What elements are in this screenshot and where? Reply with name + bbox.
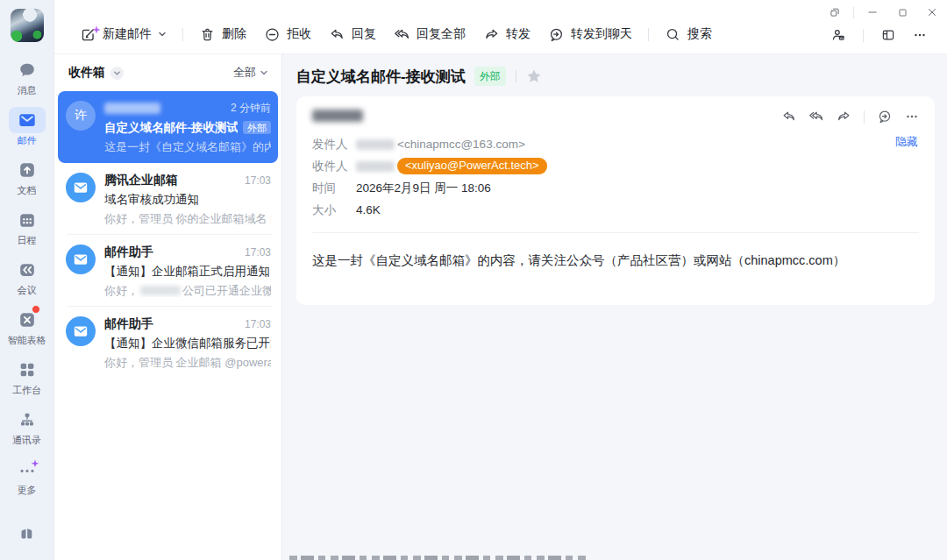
mail-subject: 自定义域名邮件-接收测试 [104, 120, 238, 135]
popout-button[interactable] [820, 0, 850, 25]
filter-selector[interactable]: 全部 [233, 65, 268, 81]
mail-detail-title: 自定义域名邮件-接收测试 [296, 67, 466, 87]
preview-prefix: 你好， [104, 284, 139, 297]
layout-toggle-button[interactable] [875, 23, 901, 47]
mail-preview: 这是一封《自定义域名邮箱》的内 [104, 139, 271, 153]
mail-time: 17:03 [245, 318, 271, 330]
reply-all-button[interactable]: 回复全部 [386, 21, 474, 48]
maximize-button[interactable] [887, 0, 917, 25]
sidebar-item-smart-table[interactable]: 智能表格 [0, 303, 53, 349]
contact-card-button[interactable] [825, 23, 851, 47]
sidebar-item-workbench[interactable]: 工作台 [0, 353, 53, 399]
field-from: 发件人 <chinapmcc@163.com> [312, 133, 919, 155]
sidebar-item-label: 日程 [18, 236, 37, 245]
compose-icon [80, 26, 96, 43]
sidebar-item-calendar[interactable]: 日程 [0, 203, 53, 249]
forward-button[interactable]: 转发 [475, 21, 538, 48]
sidebar-item-meeting[interactable]: 会议 [0, 253, 53, 299]
mail-detail-panel: 自定义域名邮件-接收测试 外部 [282, 54, 947, 560]
chevron-down-icon [110, 67, 124, 80]
mail-list-item[interactable]: 腾讯企业邮箱 17:03 域名审核成功通知 你好，管理员 你的企业邮箱域名 p [58, 163, 278, 235]
sidebar-item-contacts[interactable]: 通讯录 [0, 403, 53, 449]
mail-subject: 【通知】企业邮箱正式启用通知 [104, 264, 270, 279]
redacted-text [140, 286, 181, 295]
app-window: 消息 邮件 文档 日程 [0, 0, 947, 560]
sender-avatar: 许 [66, 101, 96, 131]
star-icon[interactable] [526, 68, 542, 84]
mail-subject: 【通知】企业微信邮箱服务已开通 [104, 336, 271, 351]
more-options-button[interactable] [907, 23, 933, 47]
mail-list-item[interactable]: 邮件助手 17:03 【通知】企业邮箱正式启用通知 你好，公司已开通企业微信 [58, 235, 278, 307]
field-size: 大小 4.6K [312, 199, 919, 221]
reply-button[interactable]: 回复 [321, 21, 384, 48]
more-dots-icon [912, 26, 928, 44]
minimize-button[interactable] [858, 0, 887, 25]
sidebar-item-label: 会议 [18, 286, 37, 295]
envelope-icon [73, 323, 89, 339]
mail-list-items: 许 2 分钟前 自定义域名邮件-接收测试 外部 这是一封《自定义域名邮 [54, 91, 281, 379]
from-label: 发件人 [312, 137, 356, 152]
meeting-icon [9, 257, 46, 283]
reply-icon [781, 109, 797, 124]
reject-button[interactable]: 拒收 [256, 21, 319, 48]
mail-list-panel: 收件箱 全部 许 [54, 54, 282, 560]
sidebar-item-mail[interactable]: 邮件 [0, 103, 53, 149]
more-options-button[interactable] [904, 109, 920, 124]
forward-button[interactable] [836, 109, 851, 124]
mail-preview: 你好，公司已开通企业微信 [104, 283, 271, 297]
reply-all-label: 回复全部 [417, 26, 466, 42]
reply-button[interactable] [781, 109, 797, 124]
search-button[interactable]: 搜索 [657, 21, 720, 48]
forward-icon [483, 26, 500, 43]
close-icon [926, 6, 938, 18]
redacted-text [356, 139, 395, 150]
folder-selector[interactable]: 收件箱 [68, 65, 124, 81]
envelope-icon [73, 252, 89, 267]
sidebar-item-label: 文档 [18, 186, 37, 195]
notification-dot [32, 305, 40, 314]
mail-list-item[interactable]: 许 2 分钟前 自定义域名邮件-接收测试 外部 这是一封《自定义域名邮 [58, 91, 278, 163]
size-value: 4.6K [356, 203, 381, 216]
mail-sender: 腾讯企业邮箱 [104, 173, 178, 188]
delete-label: 删除 [222, 26, 246, 42]
mail-sender: 邮件助手 [104, 245, 153, 260]
folder-name: 收件箱 [68, 65, 105, 81]
user-avatar[interactable] [11, 9, 44, 42]
close-button[interactable] [917, 0, 947, 25]
reply-label: 回复 [352, 26, 376, 42]
external-badge: 外部 [243, 121, 271, 134]
minimize-icon [866, 6, 879, 18]
forward-to-chat-button[interactable]: 转发到聊天 [540, 21, 640, 48]
filter-label: 全部 [233, 65, 256, 81]
forward-to-chat-button[interactable] [877, 109, 893, 124]
popout-icon [829, 6, 841, 18]
delete-button[interactable]: 删除 [191, 21, 254, 48]
title-divider [516, 70, 516, 82]
mail-body-text: 这是一封《自定义域名邮箱》的内容，请关注公众号（产品社区营）或网站（chinap… [312, 252, 919, 269]
sender-avatar [66, 316, 96, 346]
mail-list-item[interactable]: 邮件助手 17:03 【通知】企业微信邮箱服务已开通 你好，管理员 企业邮箱 @… [58, 307, 278, 379]
panel-layout-icon [880, 26, 896, 44]
app-logo-icon[interactable] [17, 521, 38, 546]
mail-subject: 域名审核成功通知 [104, 192, 199, 207]
size-label: 大小 [312, 202, 356, 218]
hide-details-link[interactable]: 隐藏 [895, 134, 918, 150]
compose-button[interactable]: 新建邮件 [72, 21, 174, 48]
to-address-highlighted: <xuliyao@PowerAct.tech> [397, 158, 547, 174]
mail-time: 17:03 [245, 174, 271, 187]
sidebar-item-docs[interactable]: 文档 [0, 153, 53, 199]
sidebar-item-more[interactable]: 更多 [0, 453, 53, 499]
avatar-initial: 许 [75, 108, 87, 124]
sidebar-item-label: 消息 [18, 86, 37, 96]
external-badge: 外部 [474, 67, 506, 86]
mail-time: 2 分钟前 [231, 101, 271, 116]
forward-label: 转发 [506, 26, 530, 42]
redacted-text [356, 161, 395, 172]
time-label: 时间 [312, 181, 356, 196]
mail-time: 17:03 [245, 246, 271, 259]
card-actions-divider [864, 110, 865, 124]
reply-all-button[interactable] [808, 109, 824, 124]
sparkle-icon [31, 456, 39, 471]
sidebar-item-messages[interactable]: 消息 [0, 53, 53, 99]
person-mail-icon [830, 26, 846, 44]
